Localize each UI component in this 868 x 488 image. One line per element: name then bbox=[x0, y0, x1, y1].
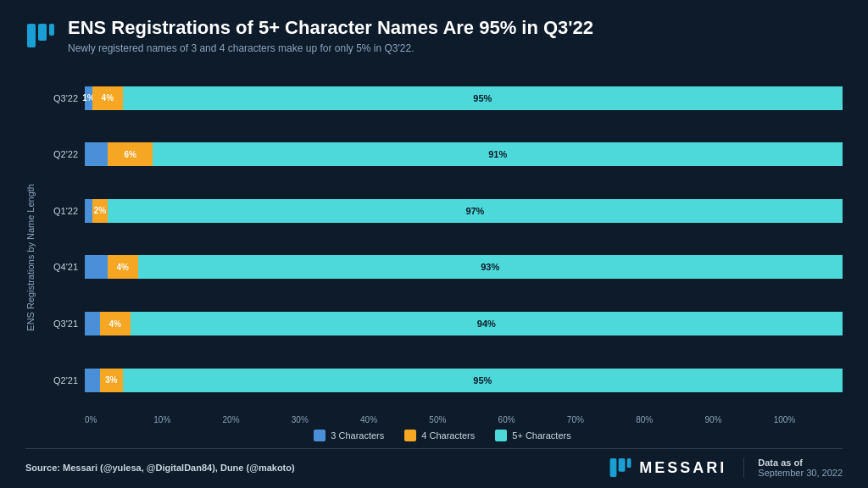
bar-segment-3chars bbox=[85, 312, 100, 336]
x-tick: 100% bbox=[774, 415, 843, 424]
footer-right: MESSARI Data as of September 30, 2022 bbox=[609, 456, 843, 480]
legend-item: 4 Characters bbox=[404, 430, 475, 441]
svg-rect-0 bbox=[27, 24, 36, 47]
bar-label: Q4'21 bbox=[42, 262, 78, 272]
bar-track: 4%94% bbox=[85, 312, 843, 336]
footer-source-text: Messari (@yulesa, @DigitalDan84), Dune (… bbox=[63, 463, 295, 473]
footer-date: Data as of September 30, 2022 bbox=[743, 458, 843, 478]
bar-label: Q2'22 bbox=[42, 149, 78, 159]
bar-segment-5chars: 91% bbox=[153, 142, 843, 166]
x-tick: 10% bbox=[153, 415, 222, 424]
header-text: ENS Registrations of 5+ Character Names … bbox=[68, 17, 593, 54]
bar-track: 1%4%95% bbox=[85, 86, 843, 110]
bar-segment-3chars bbox=[85, 369, 100, 392]
bar-track: 3%95% bbox=[85, 369, 843, 392]
svg-rect-2 bbox=[49, 24, 54, 36]
bar-segment-5chars: 94% bbox=[131, 312, 843, 336]
svg-rect-5 bbox=[627, 458, 632, 468]
x-tick: 90% bbox=[704, 415, 773, 424]
legend-color-box bbox=[404, 430, 416, 441]
bar-track: 2%97% bbox=[85, 199, 843, 223]
messari-logo-icon bbox=[25, 20, 56, 51]
bar-track: 6%91% bbox=[85, 142, 843, 166]
bar-segment-4chars: 3% bbox=[100, 369, 123, 392]
bar-row: Q3'221%4%95% bbox=[42, 86, 843, 110]
legend-item: 3 Characters bbox=[314, 430, 384, 441]
x-tick: 20% bbox=[223, 415, 292, 424]
legend-item: 5+ Characters bbox=[495, 430, 570, 441]
chart-area: ENS Registrations by Name Length Q3'221%… bbox=[25, 69, 843, 445]
legend-label: 5+ Characters bbox=[512, 430, 570, 441]
x-tick: 50% bbox=[429, 415, 498, 424]
footer-source-label: Source: bbox=[25, 463, 60, 473]
bar-segment-4chars: 4% bbox=[92, 86, 123, 110]
bar-label: Q3'21 bbox=[42, 319, 78, 329]
bar-segment-3chars bbox=[85, 199, 92, 223]
bars-area: Q3'221%4%95%Q2'226%91%Q1'222%97%Q4'214%9… bbox=[42, 69, 843, 412]
footer-logo: MESSARI bbox=[609, 456, 726, 480]
bar-segment-3chars bbox=[85, 255, 108, 279]
bar-segment-5chars: 95% bbox=[123, 86, 843, 110]
bar-segment-4chars: 6% bbox=[108, 142, 153, 166]
bar-row: Q1'222%97% bbox=[42, 199, 843, 223]
x-tick: 70% bbox=[567, 415, 636, 424]
bar-segment-4chars: 4% bbox=[108, 255, 138, 279]
bar-segment-3chars: 1% bbox=[85, 86, 92, 110]
legend-color-box bbox=[495, 430, 507, 441]
bar-segment-3chars bbox=[85, 142, 108, 166]
legend-label: 4 Characters bbox=[421, 430, 475, 441]
bar-label: Q3'22 bbox=[42, 93, 78, 103]
header: ENS Registrations of 5+ Character Names … bbox=[25, 17, 843, 54]
x-tick: 0% bbox=[85, 415, 153, 424]
bar-track: 4%93% bbox=[85, 255, 843, 279]
svg-rect-1 bbox=[38, 24, 47, 41]
x-tick: 30% bbox=[292, 415, 360, 424]
bar-segment-4chars: 2% bbox=[92, 199, 108, 223]
svg-rect-4 bbox=[619, 458, 626, 472]
legend: 3 Characters4 Characters5+ Characters bbox=[42, 430, 843, 441]
y-axis-label: ENS Registrations by Name Length bbox=[25, 184, 36, 331]
main-container: ENS Registrations of 5+ Character Names … bbox=[0, 0, 868, 488]
bar-segment-5chars: 95% bbox=[123, 369, 843, 392]
footer-date-label: Data as of bbox=[758, 458, 843, 468]
x-tick: 40% bbox=[360, 415, 429, 424]
bar-row: Q2'226%91% bbox=[42, 142, 843, 166]
svg-rect-3 bbox=[610, 458, 617, 477]
footer-source: Source: Messari (@yulesa, @DigitalDan84)… bbox=[25, 463, 295, 473]
bar-segment-5chars: 93% bbox=[138, 255, 843, 279]
footer-logo-icon bbox=[609, 456, 632, 480]
legend-color-box bbox=[314, 430, 326, 441]
x-tick: 60% bbox=[498, 415, 567, 424]
x-axis: 0%10%20%30%40%50%60%70%80%90%100% bbox=[85, 415, 843, 424]
bar-segment-4chars: 4% bbox=[100, 312, 131, 336]
chart-inner: Q3'221%4%95%Q2'226%91%Q1'222%97%Q4'214%9… bbox=[42, 69, 843, 445]
footer-date-value: September 30, 2022 bbox=[758, 468, 843, 478]
bar-row: Q3'214%94% bbox=[42, 312, 843, 336]
bar-label: Q1'22 bbox=[42, 206, 78, 216]
bar-row: Q2'213%95% bbox=[42, 369, 843, 392]
subtitle: Newly registered names of 3 and 4 charac… bbox=[68, 42, 593, 54]
bar-label: Q2'21 bbox=[42, 375, 78, 385]
legend-label: 3 Characters bbox=[331, 430, 384, 441]
footer: Source: Messari (@yulesa, @DigitalDan84)… bbox=[25, 448, 843, 480]
bar-segment-5chars: 97% bbox=[108, 199, 843, 223]
main-title: ENS Registrations of 5+ Character Names … bbox=[68, 17, 593, 39]
footer-logo-text: MESSARI bbox=[639, 459, 726, 477]
bar-row: Q4'214%93% bbox=[42, 255, 843, 279]
x-tick: 80% bbox=[636, 415, 704, 424]
